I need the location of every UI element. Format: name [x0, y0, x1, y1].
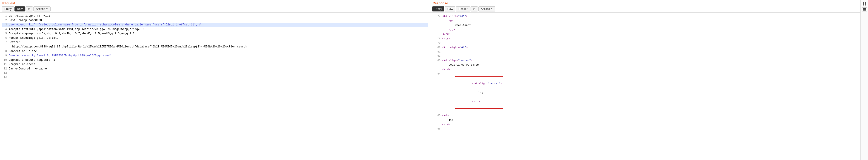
line-10: 10 Upgrade-Insecure-Requests: 1 [2, 58, 428, 62]
line-num: 85 [433, 113, 440, 118]
request-content: 1 GET /sqli_17.php HTTP/1.1 2 Host: bwap… [0, 13, 430, 160]
list-icon [863, 8, 866, 10]
line-content: <td align="center"> login </td> [442, 72, 858, 114]
line-num: 1 [2, 14, 7, 18]
tag-close: </td> [472, 100, 480, 103]
line-num: 4 [2, 27, 7, 32]
line-num [433, 28, 440, 32]
tab-pretty[interactable]: Pretty [432, 6, 444, 11]
line-num: 80 [433, 45, 440, 50]
line-num: 2 [2, 18, 7, 23]
resp-line-83c: </td> [433, 67, 858, 72]
line-text [9, 76, 428, 80]
line-7: 7 Referer: [2, 40, 428, 45]
line-13: 13 [2, 71, 428, 75]
line-num: 6 [2, 36, 7, 40]
line-content: 111 [442, 118, 858, 122]
line-num [433, 23, 440, 28]
svg-rect-0 [863, 2, 864, 4]
line-1: 1 GET /sqli_17.php HTTP/1.1 [2, 14, 428, 18]
resp-line-77e: </td> [433, 32, 858, 36]
svg-rect-2 [863, 4, 864, 5]
list-view-button[interactable] [862, 7, 867, 11]
grid-view-button[interactable] [862, 2, 867, 6]
line-content: <b> [442, 18, 858, 23]
line-num: 10 [2, 58, 7, 62]
line-text: Host: bwapp.com:8888 [9, 18, 428, 23]
line-num: 3 [2, 23, 7, 27]
line-content: </tr> [442, 36, 858, 41]
svg-rect-1 [865, 2, 866, 4]
line-4: 4 Accept: text/html,application/xhtml+xm… [2, 27, 428, 32]
line-num: 5 [2, 32, 7, 36]
line-num [433, 32, 440, 36]
line-3: 3 User-Agent: 111', (select column_name … [2, 23, 428, 27]
line-text: Referer: [9, 40, 428, 45]
request-panel: Request Pretty Raw \n Actions ▼ 1 GET /s… [0, 0, 430, 160]
resp-line-85b: 111 [433, 118, 858, 122]
line-content: <td width="465"> [442, 14, 858, 18]
line-num: 7 [2, 40, 7, 45]
tab-newline[interactable]: \n [470, 6, 478, 11]
resp-line-77: 77 <td width="465"> [433, 14, 858, 18]
line-num: 84 [433, 72, 440, 114]
resp-line-86: 86 [433, 127, 858, 131]
line-text: http://bwapp.com:8888/sqli_15.php?title=… [9, 45, 428, 49]
line-5: 5 Accept-Language: zh-CN,zh;q=0.8,zh-TW;… [2, 32, 428, 36]
line-11: 11 Pragma: no-cache [2, 62, 428, 67]
line-9: 9 Cookie: security_level=0; PHPSESSID=8g… [2, 54, 428, 58]
tab-newline[interactable]: \n [26, 6, 33, 11]
actions-button[interactable]: Actions ▼ [478, 6, 495, 11]
tab-raw[interactable]: Raw [445, 6, 455, 11]
tab-raw[interactable]: Raw [14, 6, 25, 11]
resp-line-85c: </td> [433, 122, 858, 127]
resp-line-82: 82 [433, 54, 858, 58]
tab-render[interactable]: Render [456, 6, 470, 11]
tag-text: <td align="center"> [472, 82, 502, 85]
line-content: </b> [442, 28, 858, 32]
request-title: Request [0, 0, 430, 5]
resp-line-83: 83 <td align="center"> [433, 58, 858, 63]
line-text: User-Agent: 111', (select column_name fr… [9, 23, 428, 27]
line-num: 9 [2, 54, 7, 58]
line-num: 78 [433, 36, 440, 41]
resp-line-84: 84 <td align="center"> login </td> [433, 72, 858, 114]
line-num [2, 45, 7, 49]
line-text: Accept-Language: zh-CN,zh;q=0.8,zh-TW;q=… [9, 32, 428, 36]
line-8: 8 Connection: close [2, 49, 428, 54]
svg-rect-5 [863, 9, 866, 10]
line-content [442, 50, 858, 54]
resp-line-77c: User-Agent [433, 23, 858, 28]
svg-rect-6 [863, 10, 866, 10]
line-12: 12 Cache-Control: no-cache [2, 67, 428, 71]
grid-icon [863, 2, 866, 5]
response-content: 77 <td width="465"> <b> User-Agent </b> … [430, 13, 860, 160]
line-text: Accept-Encoding: gzip, deflate [9, 36, 428, 40]
resp-line-77b: <b> [433, 18, 858, 23]
line-text [9, 71, 428, 75]
line-text: Pragma: no-cache [9, 62, 428, 67]
line-content [442, 54, 858, 58]
resp-line-85: 85 <td> [433, 113, 858, 118]
line-referer-url: http://bwapp.com:8888/sqli_15.php?title=… [2, 45, 428, 49]
actions-button[interactable]: Actions ▼ [33, 6, 50, 11]
line-2: 2 Host: bwapp.com:8888 [2, 18, 428, 23]
resp-line-78: 78 </tr> [433, 36, 858, 41]
line-num: 79 [433, 41, 440, 45]
line-content: </td> [442, 67, 858, 72]
line-text: Connection: close [9, 49, 428, 54]
line-num: 86 [433, 127, 440, 131]
line-text: Cache-Control: no-cache [9, 67, 428, 71]
highlight-box: <td align="center"> login </td> [455, 76, 503, 109]
line-num: 77 [433, 14, 440, 18]
tab-pretty[interactable]: Pretty [2, 6, 14, 11]
line-content: <td> [442, 113, 858, 118]
line-content: User-Agent [442, 23, 858, 28]
line-text: Accept: text/html,application/xhtml+xml,… [9, 27, 428, 32]
line-content [442, 41, 858, 45]
resp-line-83b: 2021-01-09 09:15:38 [433, 63, 858, 67]
line-num: 11 [2, 62, 7, 67]
line-num [433, 118, 440, 122]
line-num [433, 122, 440, 127]
svg-rect-4 [863, 8, 866, 9]
